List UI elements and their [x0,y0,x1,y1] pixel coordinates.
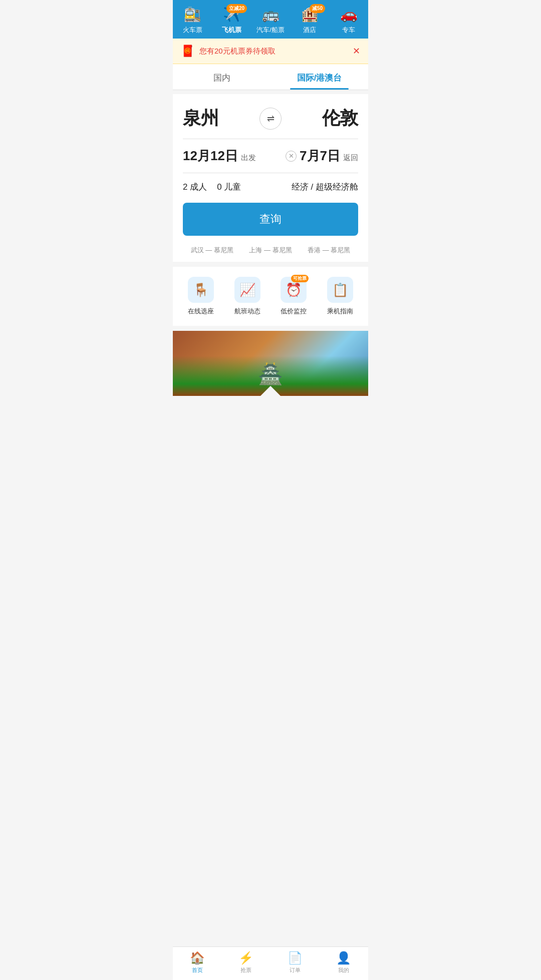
return-date-selector[interactable]: 7月7日 返回 [300,147,358,165]
nav-item-special[interactable]: 🚗专车 [329,6,368,35]
from-city-selector[interactable]: 泉州 [183,106,254,131]
tool-badge-price-alert: 可抢票 [291,275,309,282]
flight-tabs: 国内 国际/港澳台 [173,64,368,90]
clear-return-date-button[interactable]: ✕ [286,151,297,162]
cabin-class-selector[interactable]: 经济 / 超级经济舱 [292,181,358,193]
children-selector[interactable]: 0 儿童 [217,181,241,193]
return-date-value: 7月7日 [300,147,340,165]
temple-icon: 🏯 [258,362,283,386]
nav-label-hotel: 酒店 [303,26,316,35]
quick-tools: 🪑在线选座📈航班动态可抢票⏰低价监控📋乘机指南 [173,267,368,326]
tool-icon-flight-status: 📈 [234,277,260,303]
depart-date-label: 出发 [241,153,256,163]
tool-icon-seat-select: 🪑 [188,277,214,303]
top-nav: 🚉火车票立减20✈️飞机票🚌汽车/船票减50🏨酒店🚗专车 [173,0,368,39]
search-button[interactable]: 查询 [183,203,358,236]
destination-banner: 🏯 [173,331,368,396]
tool-label-flight-status: 航班动态 [234,307,260,316]
nav-label-bus: 汽车/船票 [256,26,285,35]
route-row: 泉州 ⇌ 伦敦 [183,94,358,139]
date-row: 12月12日 出发 ✕ 7月7日 返回 [183,139,358,173]
return-date-wrap[interactable]: ✕ 7月7日 返回 [286,147,358,165]
tool-label-price-alert: 低价监控 [281,307,307,316]
popular-route-tag[interactable]: 武汉 — 慕尼黑 [183,246,241,255]
flight-search-form: 泉州 ⇌ 伦敦 12月12日 出发 ✕ 7月7日 返回 2 成人 0 儿童 经济… [173,94,368,262]
coupon-banner[interactable]: 🧧 您有20元机票券待领取 ✕ [173,39,368,64]
nav-badge-flight: 立减20 [226,4,247,13]
nav-icon-special: 🚗 [340,6,358,23]
nav-badge-hotel: 减50 [310,4,325,13]
search-button-wrap: 查询 [183,203,358,244]
tool-item-guide[interactable]: 📋乘机指南 [327,277,353,316]
nav-item-train[interactable]: 🚉火车票 [173,6,212,35]
tool-label-guide: 乘机指南 [327,307,353,316]
tool-item-flight-status[interactable]: 📈航班动态 [234,277,260,316]
popular-route-tag[interactable]: 上海 — 慕尼黑 [241,246,300,255]
swap-icon: ⇌ [267,113,275,124]
nav-label-special: 专车 [342,26,355,35]
to-city-selector[interactable]: 伦敦 [287,106,358,131]
nav-label-train: 火车票 [183,26,202,35]
swap-cities-button[interactable]: ⇌ [259,108,282,130]
adults-selector[interactable]: 2 成人 [183,181,207,193]
return-date-label: 返回 [343,153,358,163]
tool-icon-guide: 📋 [327,277,353,303]
depart-date-value: 12月12日 [183,147,238,165]
tab-international[interactable]: 国际/港澳台 [270,64,368,90]
coupon-text: 您有20元机票券待领取 [199,47,348,56]
nav-item-flight[interactable]: 立减20✈️飞机票 [212,6,251,35]
tool-item-price-alert[interactable]: 可抢票⏰低价监控 [281,277,307,316]
tool-label-seat-select: 在线选座 [188,307,214,316]
coupon-icon: 🧧 [181,45,194,58]
nav-label-flight: 飞机票 [222,26,241,35]
nav-item-bus[interactable]: 🚌汽车/船票 [251,6,290,35]
popular-routes: 武汉 — 慕尼黑上海 — 慕尼黑香港 — 慕尼黑 [183,244,358,262]
tab-domestic[interactable]: 国内 [173,64,270,90]
passengers-row: 2 成人 0 儿童 经济 / 超级经济舱 [183,173,358,203]
nav-icon-train: 🚉 [184,6,201,23]
tool-item-seat-select[interactable]: 🪑在线选座 [188,277,214,316]
depart-date-selector[interactable]: 12月12日 出发 [183,147,256,165]
popular-route-tag[interactable]: 香港 — 慕尼黑 [300,246,358,255]
nav-item-hotel[interactable]: 减50🏨酒店 [290,6,329,35]
nav-icon-bus: 🚌 [262,6,280,23]
coupon-close-button[interactable]: ✕ [353,46,360,57]
